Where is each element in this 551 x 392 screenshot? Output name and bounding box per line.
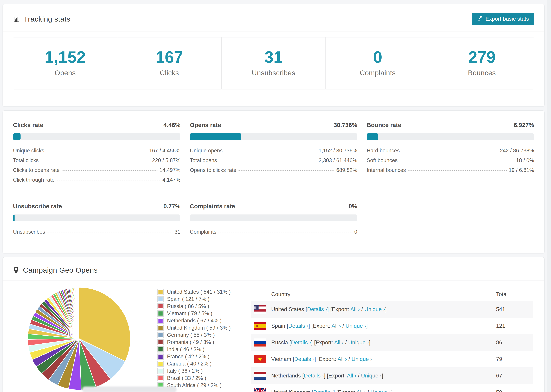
rate-value: 4.46% — [163, 122, 180, 128]
export-prefix: ] [Export: — [327, 306, 350, 312]
stat-label: Clicks — [117, 69, 221, 77]
dotted-leader — [219, 161, 317, 161]
rate-title: Bounce rate — [367, 122, 401, 128]
geo-pie-chart[interactable] — [27, 285, 131, 391]
export-unique-link[interactable]: Unique › — [370, 389, 391, 392]
rate-detail-value: 2,303 / 61.446% — [319, 157, 357, 163]
rate-block-unsubscribe-rate: Unsubscribe rate0.77%Unsubscribes31 — [13, 203, 180, 238]
legend-label: Brazil ( 33 / 2% ) — [167, 375, 206, 381]
export-all-link[interactable]: All › — [347, 372, 356, 379]
country-cell: United States [Details ›] [Export: All ›… — [251, 305, 496, 313]
export-all-link[interactable]: All › — [338, 356, 347, 362]
rate-block-opens-rate: Opens rate30.736%Unique opens1,152 / 30.… — [190, 122, 357, 177]
dotted-leader — [57, 180, 160, 181]
country-links: Netherlands [Details ›] [Export: All › /… — [271, 372, 383, 379]
rate-detail-value: 4.147% — [162, 177, 180, 183]
export-unique-link[interactable]: Unique › — [361, 372, 382, 379]
closing-bracket: ] — [372, 356, 374, 362]
rate-progress-bar — [13, 133, 180, 140]
total-cell: 67 — [496, 372, 533, 379]
export-all-link[interactable]: All › — [350, 306, 360, 312]
legend-swatch — [157, 325, 164, 331]
country-links: Vietnam [Details ›] [Export: All › / Uni… — [271, 356, 374, 362]
legend-swatch — [157, 346, 164, 352]
country-links: Russia [Details ›] [Export: All › / Uniq… — [271, 339, 370, 346]
legend-swatch — [157, 310, 164, 317]
vertical-scrollbar[interactable] — [547, 0, 551, 392]
details-link[interactable]: Details › — [307, 306, 327, 312]
stat-box-unsubscribes: 31Unsubscribes — [222, 37, 326, 89]
details-link[interactable]: Details › — [294, 356, 314, 362]
legend-swatch — [157, 375, 164, 381]
export-unique-link[interactable]: Unique › — [346, 323, 366, 329]
export-basic-stats-button[interactable]: Export basic stats — [472, 13, 534, 25]
flag-ru-icon — [254, 338, 266, 347]
stat-label: Complaints — [326, 69, 430, 77]
country-name: Spain [ — [271, 323, 288, 329]
country-cell: Netherlands [Details ›] [Export: All › /… — [251, 372, 496, 380]
export-icon — [477, 15, 483, 23]
country-name: Russia [ — [271, 339, 291, 345]
details-link[interactable]: Details › — [313, 389, 333, 392]
export-all-link[interactable]: All › — [334, 339, 344, 345]
rates-grid: Clicks rate4.46%Unique clicks167 / 4.456… — [13, 122, 534, 238]
export-prefix: ] [Export: — [314, 356, 338, 362]
rate-detail-row: Complaints0 — [190, 229, 357, 238]
export-unique-link[interactable]: Unique › — [348, 339, 369, 345]
country-name: Netherlands [ — [271, 372, 304, 379]
rates-card: Clicks rate4.46%Unique clicks167 / 4.456… — [3, 111, 544, 253]
rate-block-complaints-rate: Complaints rate0%Complaints0 — [190, 203, 357, 238]
dotted-leader — [408, 170, 507, 171]
rate-progress-bar — [367, 133, 534, 140]
rate-detail-value: 220 / 5.87% — [152, 157, 180, 163]
stat-box-opens: 1,152Opens — [13, 37, 117, 89]
dotted-leader — [47, 232, 172, 232]
country-cell: Spain [Details ›] [Export: All › / Uniqu… — [251, 322, 496, 330]
map-pin-icon — [13, 266, 19, 274]
export-prefix: ] [Export: — [308, 323, 332, 329]
tracking-stats-header: Tracking stats Export basic stats — [3, 4, 544, 31]
summary-stats-row: 1,152Opens167Clicks31Unsubscribes0Compla… — [13, 37, 534, 90]
flag-nl-icon — [254, 372, 266, 380]
details-link[interactable]: Details › — [291, 339, 311, 345]
rate-detail-value: 689.82% — [336, 167, 357, 173]
legend-swatch — [157, 368, 164, 374]
export-all-link[interactable]: All › — [356, 389, 366, 392]
geo-table: Country Total United States [Details ›] … — [251, 287, 533, 392]
export-button-label: Export basic stats — [486, 16, 529, 22]
rate-detail-label: Opens to clicks rate — [190, 167, 236, 173]
export-all-link[interactable]: All › — [332, 323, 341, 329]
stat-value: 167 — [117, 48, 221, 67]
closing-bracket: ] — [385, 306, 387, 312]
legend-label: India ( 46 / 3% ) — [167, 346, 205, 352]
rate-detail-row: Clicks to opens rate14.497% — [13, 167, 180, 177]
stat-label: Opens — [13, 69, 117, 77]
flag-vn-icon — [254, 355, 266, 363]
rate-detail-row: Unique clicks167 / 4.456% — [13, 147, 180, 157]
legend-item-spain: Spain ( 121 / 7% ) — [157, 295, 251, 303]
rate-detail-value: 1,152 / 30.736% — [319, 147, 357, 154]
geo-table-row-spain: Spain [Details ›] [Export: All › / Uniqu… — [251, 318, 533, 334]
dotted-leader — [239, 170, 334, 171]
legend-item-india: India ( 46 / 3% ) — [157, 346, 251, 353]
export-unique-link[interactable]: Unique › — [352, 356, 372, 362]
legend-label: Vietnam ( 79 / 5% ) — [167, 310, 212, 317]
rate-detail-value: 19 / 6.81% — [509, 167, 534, 173]
details-link[interactable]: Details › — [288, 323, 308, 329]
rate-detail-row: Opens to clicks rate689.82% — [190, 167, 357, 177]
details-link[interactable]: Details › — [304, 372, 324, 379]
dotted-leader — [400, 161, 514, 161]
geo-title-text: Campaign Geo Opens — [23, 266, 98, 274]
link-separator: / — [356, 372, 361, 379]
legend-item-canada: Canada ( 40 / 2% ) — [157, 360, 251, 367]
export-prefix: ] [Export: — [333, 389, 356, 392]
legend-label: Germany ( 55 / 3% ) — [167, 332, 215, 338]
geo-table-row-russia: Russia [Details ›] [Export: All › / Uniq… — [251, 334, 533, 351]
closing-bracket: ] — [366, 323, 368, 329]
legend-item-netherlands: Netherlands ( 67 / 4% ) — [157, 317, 251, 324]
export-unique-link[interactable]: Unique › — [364, 306, 385, 312]
link-separator: / — [366, 389, 370, 392]
rate-value: 0% — [349, 203, 357, 210]
rate-detail-value: 242 / 86.738% — [500, 147, 534, 154]
rate-detail-label: Soft bounces — [367, 157, 398, 163]
